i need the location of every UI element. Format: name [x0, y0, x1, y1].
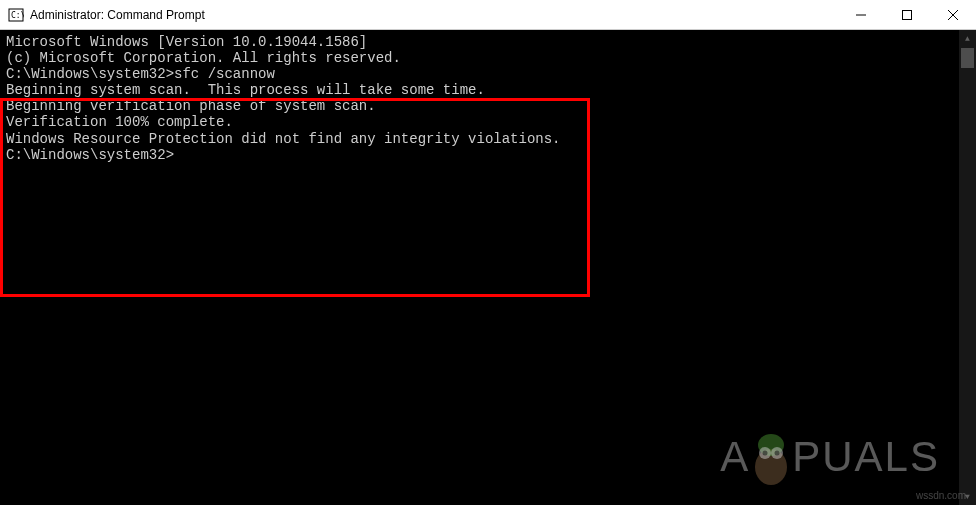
terminal-line: Windows Resource Protection did not find… — [6, 131, 970, 147]
terminal-line: Verification 100% complete. — [6, 114, 970, 130]
minimize-button[interactable] — [838, 0, 884, 29]
window-controls — [838, 0, 976, 29]
mascot-icon — [746, 427, 796, 487]
terminal-line: Microsoft Windows [Version 10.0.19044.15… — [6, 34, 970, 50]
svg-point-11 — [775, 451, 780, 456]
watermark-text: PUALS — [792, 433, 940, 481]
svg-text:C:\: C:\ — [11, 11, 24, 20]
close-button[interactable] — [930, 0, 976, 29]
terminal-line: C:\Windows\system32> — [6, 147, 970, 163]
terminal-line: Beginning system scan. This process will… — [6, 82, 970, 98]
terminal-line: (c) Microsoft Corporation. All rights re… — [6, 50, 970, 66]
source-watermark: wssdn.com — [916, 490, 966, 502]
command-prompt-window: C:\ Administrator: Command Prompt Micros… — [0, 0, 976, 505]
scroll-up-icon[interactable]: ▲ — [959, 30, 976, 47]
titlebar[interactable]: C:\ Administrator: Command Prompt — [0, 0, 976, 30]
watermark-logo: A PUALS — [720, 427, 940, 487]
cmd-icon: C:\ — [8, 7, 24, 23]
scrollbar-thumb[interactable] — [961, 48, 974, 68]
maximize-button[interactable] — [884, 0, 930, 29]
terminal-line: C:\Windows\system32>sfc /scannow — [6, 66, 970, 82]
svg-point-10 — [763, 451, 768, 456]
scrollbar-track[interactable]: ▲ ▼ — [959, 30, 976, 505]
terminal-output[interactable]: Microsoft Windows [Version 10.0.19044.15… — [0, 30, 976, 505]
window-title: Administrator: Command Prompt — [30, 8, 838, 22]
svg-rect-3 — [903, 10, 912, 19]
terminal-line: Beginning verification phase of system s… — [6, 98, 970, 114]
